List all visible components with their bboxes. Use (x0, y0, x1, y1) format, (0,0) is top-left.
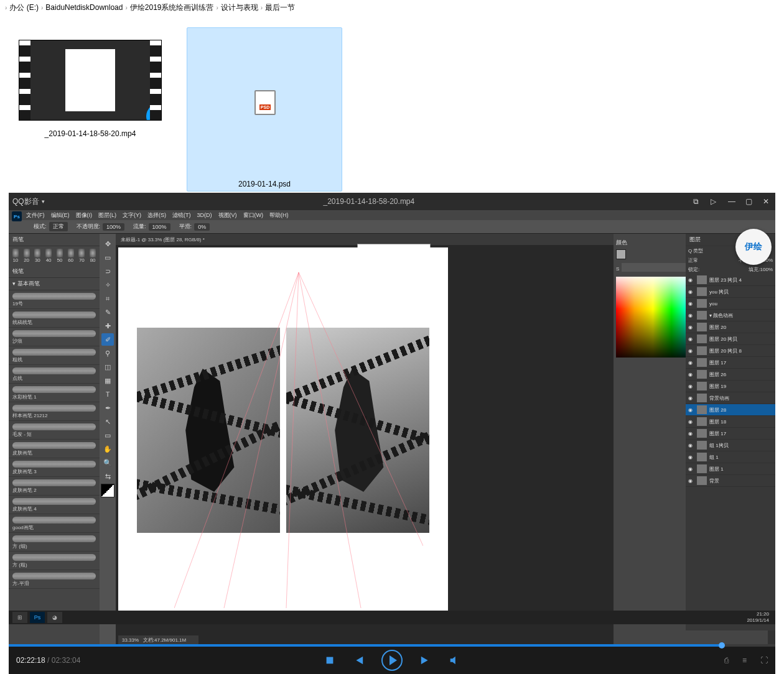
brush-preset[interactable]: 沙痕 (9, 328, 100, 346)
menu-item[interactable]: 滤镜(T) (172, 211, 191, 219)
wand-tool-icon[interactable]: ✧ (101, 279, 114, 291)
visibility-eye-icon[interactable]: ◉ (686, 395, 694, 401)
playlist-button[interactable]: ≡ (742, 656, 747, 665)
snapshot-button[interactable]: ⎙ (724, 656, 729, 665)
layer-row[interactable]: ◉图层 17 (686, 357, 775, 369)
hand-tool-icon[interactable]: ✋ (101, 443, 114, 455)
brush-tool-icon[interactable]: ✐ (101, 333, 114, 346)
menu-item[interactable]: 文字(Y) (123, 211, 141, 219)
brush-size[interactable]: 60 (67, 249, 75, 263)
breadcrumb-item[interactable]: BaiduNetdiskDownload (45, 3, 123, 12)
brush-preset[interactable]: good画笔 (9, 514, 100, 533)
visibility-eye-icon[interactable]: ◉ (686, 336, 694, 342)
brush-preset[interactable]: 皮肤画笔 4 (9, 496, 100, 514)
brush-size[interactable]: 50 (55, 249, 64, 263)
brush-size[interactable]: 30 (34, 249, 42, 263)
stop-button[interactable] (324, 655, 335, 666)
layer-row[interactable]: ◉图层 28 (686, 404, 775, 416)
layer-row[interactable]: ◉图层 19 (686, 381, 775, 392)
visibility-eye-icon[interactable]: ◉ (686, 478, 694, 484)
layer-row[interactable]: ◉背景动画 (686, 392, 775, 404)
play-button[interactable] (381, 650, 403, 671)
file-tile-psd[interactable]: PSD 2019-01-14.psd (187, 27, 342, 192)
layer-row[interactable]: ◉背景 (686, 475, 775, 487)
seek-knob-icon[interactable] (719, 642, 725, 649)
brush-preset[interactable]: 线稿线笔 (9, 309, 100, 328)
menu-item[interactable]: 文件(F) (26, 211, 45, 219)
brush-preset[interactable]: 皮肤画笔 3 (9, 458, 100, 477)
visibility-eye-icon[interactable]: ◉ (686, 325, 694, 330)
layer-row[interactable]: ◉图层 20 拷贝 8 (686, 345, 775, 357)
eraser-tool-icon[interactable]: ◫ (101, 361, 114, 373)
brush-preset[interactable]: 样本画笔 21212 (9, 402, 100, 421)
menu-item[interactable]: 帮助(H) (269, 211, 289, 219)
layer-row[interactable]: ◉you (686, 298, 775, 310)
eyedropper-tool-icon[interactable]: ✎ (101, 306, 114, 318)
brush-preset[interactable]: 方 (粗) (9, 552, 100, 570)
taskbar-clock[interactable]: 21:202019/1/14 (747, 611, 772, 624)
brush-preset[interactable]: 皮肤画笔 2 (9, 477, 100, 496)
visibility-eye-icon[interactable]: ◉ (686, 466, 694, 472)
layer-row[interactable]: ◉you 拷贝 (686, 286, 775, 298)
minimize-icon[interactable]: — (728, 197, 737, 206)
layer-row[interactable]: ◉图层 23 拷贝 4 (686, 274, 775, 286)
layer-row[interactable]: ◉图层 20 (686, 321, 775, 333)
heal-tool-icon[interactable]: ✚ (101, 320, 114, 332)
visibility-eye-icon[interactable]: ◉ (686, 455, 694, 460)
shape-tool-icon[interactable]: ▭ (101, 429, 114, 441)
visibility-eye-icon[interactable]: ◉ (686, 407, 694, 413)
layer-row[interactable]: ◉图层 1 (686, 463, 775, 475)
breadcrumb-item[interactable]: 办公 (E:) (9, 2, 39, 13)
stamp-tool-icon[interactable]: ⚲ (101, 347, 114, 359)
brush-preset[interactable]: 毛发 - 短 (9, 421, 100, 440)
layer-row[interactable]: ◉图层 18 (686, 416, 775, 428)
visibility-eye-icon[interactable]: ◉ (686, 360, 694, 366)
player-app-name[interactable]: QQ影音 ▾ (12, 196, 45, 207)
pin-icon[interactable]: ▷ (711, 197, 719, 206)
maximize-icon[interactable]: ▢ (745, 197, 754, 206)
fullscreen-button[interactable]: ⛶ (760, 656, 768, 665)
smoothing-input[interactable]: 0% (194, 223, 210, 231)
marquee-tool-icon[interactable]: ▭ (101, 251, 114, 264)
menu-item[interactable]: 图层(L) (98, 211, 116, 219)
brush-size[interactable]: 70 (78, 249, 86, 263)
layer-row[interactable]: ◉组 1拷贝 (686, 440, 775, 451)
breadcrumb-item[interactable]: 最后一节 (265, 2, 295, 13)
layer-row[interactable]: ◉图层 26 (686, 369, 775, 381)
layer-blend-mode[interactable]: 正常 (688, 257, 698, 264)
visibility-eye-icon[interactable]: ◉ (686, 372, 694, 377)
breadcrumb-item[interactable]: 伊绘2019系统绘画训练营 (130, 2, 214, 13)
visibility-eye-icon[interactable]: ◉ (686, 443, 694, 448)
lasso-tool-icon[interactable]: ⊃ (101, 265, 114, 277)
breadcrumb[interactable]: › 办公 (E:) › BaiduNetdiskDownload › 伊绘201… (0, 0, 784, 15)
text-tool-icon[interactable]: T (101, 388, 114, 400)
file-tile-video[interactable]: _2019-01-14-18-58-20.mp4 (12, 27, 168, 192)
seek-bar[interactable] (9, 644, 775, 647)
brush-group[interactable]: ▾ 基本画笔 (9, 278, 100, 290)
taskbar-chrome-icon[interactable]: ◕ (47, 612, 62, 623)
video-content[interactable]: Ps 文件(F) 编辑(E) 图像(I) 图层(L) 文字(Y) 选择(S) 滤… (9, 210, 775, 644)
flow-input[interactable]: 100% (149, 223, 170, 231)
path-tool-icon[interactable]: ↖ (101, 415, 114, 428)
layer-row[interactable]: ◉组 1 (686, 451, 775, 463)
start-button-icon[interactable]: ⊞ (12, 612, 27, 623)
swap-colors-icon[interactable]: ⇆ (101, 470, 114, 482)
menu-item[interactable]: 视图(V) (218, 211, 237, 219)
color-swatch[interactable] (616, 249, 626, 259)
taskbar-ps-icon[interactable]: Ps (30, 612, 45, 623)
visibility-eye-icon[interactable]: ◉ (686, 277, 694, 283)
brush-size[interactable]: 10 (11, 249, 20, 263)
breadcrumb-item[interactable]: 设计与表现 (221, 2, 258, 13)
brush-preset[interactable]: 点线 (9, 365, 100, 384)
close-icon[interactable]: ✕ (763, 197, 772, 206)
prev-button[interactable] (353, 655, 364, 666)
menu-item[interactable]: 选择(S) (147, 211, 166, 219)
gradient-tool-icon[interactable]: ▦ (101, 374, 114, 387)
foreground-background-swatch[interactable] (101, 484, 114, 497)
visibility-eye-icon[interactable]: ◉ (686, 289, 694, 295)
move-tool-icon[interactable]: ✥ (101, 238, 114, 250)
brush-preset[interactable]: 粗线 (9, 346, 100, 365)
brush-preset[interactable]: 皮肤画笔 (9, 440, 100, 458)
brush-preset[interactable]: 方 (细) (9, 533, 100, 552)
brush-preset[interactable]: 方-平滑 (9, 570, 100, 589)
